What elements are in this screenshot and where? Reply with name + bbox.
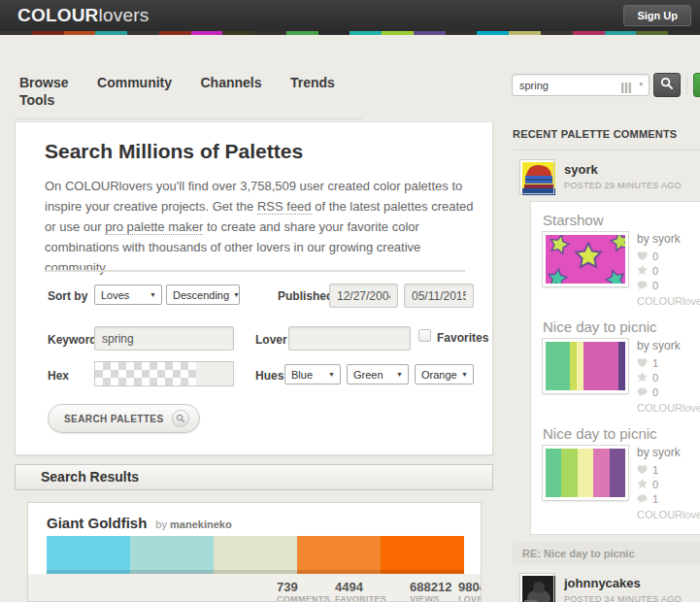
nav-item-browse[interactable]: Browse [19,75,69,90]
palette-thumbnail[interactable] [543,339,628,393]
sort-by-label: Sort by [48,289,87,303]
green-action-button[interactable] [693,73,700,97]
nav-item-tools[interactable]: Tools [19,92,54,108]
divider [686,76,687,95]
top-header: COLOURlovers Sign Up [0,0,700,31]
stat-favorites: 4494FAVORITES [335,580,386,602]
loves-count: 1 [637,355,700,370]
sidebar-palette-item: Nice day to picnic by syork 1 0 0 COLOUR… [543,318,700,414]
sidebar-palette-item: Starshow [543,212,700,307]
count: 1 [652,357,658,369]
sidebar-palette-item: Nice day to picnic by syork 1 0 1 COLOUR… [543,425,700,520]
stat-value: 739 [277,580,330,594]
caret-down-icon: ▼ [461,371,468,378]
pro-palette-maker-link[interactable]: pro palette maker [105,219,203,235]
divider [45,270,465,272]
hue-select-2[interactable]: Green▼ [347,364,409,385]
palette-result-card: Giant Goldfish by manekineko 739COMMENTS… [27,502,482,602]
stat-loves: 9804LOVES [458,580,482,602]
count: 0 [652,386,658,398]
search-results-header: Search Results [15,464,493,490]
hue-select-3[interactable]: Orange▼ [415,364,474,385]
stat-views: 688212VIEWS [410,580,451,602]
stat-label: COMMENTS [277,594,330,602]
colourlovers-page: COLOURlovers Sign Up Browse Community Ch… [0,0,700,602]
sort-select[interactable]: Loves▼ [94,284,162,305]
count: 0 [652,479,658,490]
stat-value: 688212 [410,580,451,594]
sort-select-value: Loves [101,289,129,301]
hue-select-1[interactable]: Blue▼ [284,364,341,385]
palette-stats: 739COMMENTS 4494FAVORITES 688212VIEWS 98… [28,574,482,602]
re-subject-line[interactable]: RE: Nice day to picnic [513,543,700,564]
recent-comments-sidebar: RECENT PALETTE COMMENTS syork POSTED 29 … [513,122,700,602]
stat-value: 9804 [458,580,482,594]
sidebar-title: RECENT PALETTE COMMENTS [513,122,700,150]
comment-user-info: johnnycakes POSTED 34 MINUTES AGO [564,574,682,602]
logo[interactable]: COLOURlovers [17,5,149,26]
palette-author-link[interactable]: manekineko [170,518,232,530]
palette-thumbnail-starshow[interactable] [543,232,628,286]
transparency-checker [95,362,196,385]
nav-item-channels[interactable]: Channels [200,75,261,90]
search-palettes-label: SEARCH PALETTES [64,414,164,424]
username-link[interactable]: johnnycakes [564,576,682,590]
caret-down-icon: ▼ [396,371,403,378]
search-palettes-button[interactable]: SEARCH PALETTES [48,404,200,433]
comment-bubble-icon [637,387,648,397]
heart-icon [637,251,648,261]
search-input-wrap: ▾ [512,74,650,96]
star-icon [637,265,648,276]
hex-input[interactable] [94,361,234,386]
loves-count: 0 [637,249,700,263]
sidebar-palette-title[interactable]: Nice day to picnic [543,425,700,442]
palette-row: by syork 1 0 0 COLOURlovers.co [543,339,700,414]
rss-feed-link[interactable]: RSS feed [257,199,312,215]
avatar-syork[interactable] [520,160,553,193]
nav-item-trends[interactable]: Trends [290,75,335,90]
posted-timestamp: POSTED 29 MINUTES AGO [564,181,682,190]
search-type-icon[interactable] [621,80,631,97]
comment-bubble-icon [637,494,648,504]
palette-color-bar[interactable] [47,536,464,574]
palette-source: COLOURlovers.co [637,402,700,414]
sidebar-palette-title[interactable]: Starshow [543,212,700,228]
lover-input[interactable] [288,326,411,351]
palette-by: by syork [637,339,700,352]
search-submit-button[interactable] [653,73,681,97]
favorites-count: 0 [637,370,700,385]
palette-name-link[interactable]: Giant Goldfish [47,515,147,531]
keyword-label: Keyword [48,333,97,347]
intro-paragraph: On COLOURlovers you'll find over 3,758,5… [45,176,481,278]
palette-row: by syork 0 0 0 COLOURlovers.co [543,232,700,307]
palette-row: by syork 1 0 1 COLOURlovers.co [543,446,700,520]
caret-down-icon: ▼ [233,291,240,298]
published-from-input[interactable] [329,284,398,308]
heart-icon [637,465,648,475]
favorites-checkbox[interactable] [418,329,431,342]
palette-thumbnail[interactable] [543,446,628,500]
published-to-input[interactable] [404,284,474,308]
lover-label: Lover [255,333,287,347]
palette-source: COLOURlovers.co [637,295,700,307]
star-icon [637,372,648,383]
favorites-count: 0 [637,477,700,491]
username-link[interactable]: syork [564,162,682,177]
hue2-value: Green [353,369,383,381]
comment-bubble-icon [637,281,648,290]
nav-item-community[interactable]: Community [97,75,172,90]
count: 0 [652,372,658,384]
palette-by: by syork [637,232,700,246]
hues-label: Hues [255,369,283,383]
signup-button[interactable]: Sign Up [623,5,691,26]
search-input[interactable] [513,75,602,95]
avatar-johnnycakes[interactable] [520,574,553,602]
keyword-input[interactable] [94,326,234,351]
hue1-value: Blue [291,369,313,381]
stat-comments: 739COMMENTS [277,580,330,602]
sidebar-palette-title[interactable]: Nice day to picnic [543,318,700,335]
caret-down-icon[interactable]: ▾ [639,81,643,88]
order-select[interactable]: Descending▼ [166,284,240,305]
palette-by: by syork [637,446,700,459]
comments-count: 0 [637,278,700,292]
